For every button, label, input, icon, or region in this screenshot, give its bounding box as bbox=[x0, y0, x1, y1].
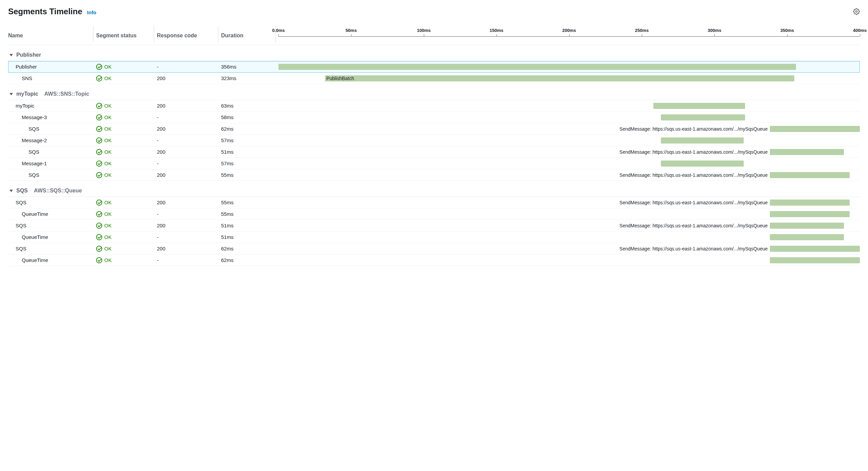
svg-point-0 bbox=[856, 11, 857, 13]
check-circle-icon bbox=[96, 246, 102, 252]
duration: 55ms bbox=[221, 211, 275, 217]
response-code: - bbox=[157, 234, 218, 240]
check-circle-icon bbox=[96, 234, 102, 240]
duration: 323ms bbox=[221, 75, 275, 81]
response-code: 200 bbox=[157, 172, 218, 178]
axis-tick bbox=[715, 34, 715, 36]
group-header[interactable]: Publisher bbox=[8, 45, 860, 61]
duration: 58ms bbox=[221, 114, 275, 120]
axis-tick-label: 400ms bbox=[853, 28, 867, 33]
bar-label: SendMessage: https://sqs.us-east-1.amazo… bbox=[619, 149, 770, 155]
axis-tick-label: 100ms bbox=[417, 28, 431, 33]
duration: 51ms bbox=[221, 234, 275, 240]
segment-name: Message-1 bbox=[8, 161, 93, 166]
segment-name: SQS bbox=[8, 223, 93, 228]
timeline-cell: SendMessage: https://sqs.us-east-1.amazo… bbox=[278, 169, 860, 181]
axis-tick-label: 0.0ms bbox=[272, 28, 285, 33]
axis-tick bbox=[496, 34, 497, 36]
status-text: OK bbox=[104, 200, 112, 205]
segment-row[interactable]: QueueTimeOK-62ms bbox=[8, 255, 860, 266]
response-code: 200 bbox=[157, 149, 218, 155]
timeline-cell bbox=[278, 112, 860, 123]
bar-label: PublishBatch bbox=[325, 75, 354, 81]
duration-bar bbox=[770, 126, 860, 132]
bar-label: SendMessage: https://sqs.us-east-1.amazo… bbox=[619, 246, 770, 252]
duration: 62ms bbox=[221, 246, 275, 251]
status-text: OK bbox=[104, 64, 112, 70]
duration-bar bbox=[770, 223, 844, 229]
caret-down-icon bbox=[10, 93, 13, 95]
segment-row[interactable]: myTopicOK20063ms bbox=[8, 100, 860, 112]
group-name: Publisher bbox=[16, 52, 41, 58]
response-code: 200 bbox=[157, 103, 218, 109]
status-text: OK bbox=[104, 137, 112, 143]
segment-row[interactable]: SQSOK20051msSendMessage: https://sqs.us-… bbox=[8, 146, 860, 158]
segment-name: SQS bbox=[8, 126, 93, 132]
segment-row[interactable]: Message-1OK-57ms bbox=[8, 158, 860, 169]
check-circle-icon bbox=[96, 64, 102, 70]
duration: 55ms bbox=[221, 200, 275, 205]
check-circle-icon bbox=[96, 149, 102, 155]
status-text: OK bbox=[104, 257, 112, 263]
status-badge: OK bbox=[96, 257, 154, 263]
axis-tick-label: 250ms bbox=[635, 28, 649, 33]
settings-icon[interactable] bbox=[853, 8, 860, 15]
status-badge: OK bbox=[96, 200, 154, 206]
info-link[interactable]: Info bbox=[87, 10, 96, 15]
segment-row[interactable]: SQSOK20055msSendMessage: https://sqs.us-… bbox=[8, 169, 860, 181]
axis-tick-label: 50ms bbox=[345, 28, 357, 33]
timeline-cell bbox=[278, 135, 860, 146]
duration-bar bbox=[661, 114, 745, 120]
duration-bar bbox=[770, 257, 860, 263]
segment-row[interactable]: Message-2OK-57ms bbox=[8, 135, 860, 146]
col-header-timeline: 0.0ms50ms100ms150ms200ms250ms300ms350ms4… bbox=[278, 26, 860, 42]
segment-name: Message-2 bbox=[8, 137, 93, 143]
status-text: OK bbox=[104, 149, 112, 155]
status-badge: OK bbox=[96, 103, 154, 109]
timeline-cell bbox=[278, 158, 860, 169]
time-axis: 0.0ms50ms100ms150ms200ms250ms300ms350ms4… bbox=[278, 28, 860, 37]
response-code: 200 bbox=[157, 223, 218, 228]
status-badge: OK bbox=[96, 149, 154, 155]
axis-tick bbox=[860, 34, 860, 36]
timeline-cell bbox=[278, 255, 860, 266]
col-header-duration[interactable]: Duration bbox=[221, 26, 275, 42]
duration-bar bbox=[770, 172, 850, 178]
segment-row[interactable]: SQSOK20062msSendMessage: https://sqs.us-… bbox=[8, 123, 860, 135]
status-badge: OK bbox=[96, 114, 154, 120]
bar-label: SendMessage: https://sqs.us-east-1.amazo… bbox=[619, 126, 770, 132]
axis-tick-label: 350ms bbox=[780, 28, 794, 33]
col-header-code[interactable]: Response code bbox=[157, 26, 218, 42]
group-header[interactable]: SQSAWS::SQS::Queue bbox=[8, 181, 860, 197]
axis-tick bbox=[642, 34, 642, 36]
status-badge: OK bbox=[96, 223, 154, 229]
segment-row[interactable]: SQSOK20051msSendMessage: https://sqs.us-… bbox=[8, 220, 860, 231]
segment-row[interactable]: SQSOK20062msSendMessage: https://sqs.us-… bbox=[8, 243, 860, 255]
group-type: AWS::SQS::Queue bbox=[34, 188, 82, 194]
timeline-cell: SendMessage: https://sqs.us-east-1.amazo… bbox=[278, 146, 860, 157]
segment-name: SQS bbox=[8, 200, 93, 205]
segment-row[interactable]: SNSOK200323msPublishBatch bbox=[8, 73, 860, 84]
check-circle-icon bbox=[96, 257, 102, 263]
duration: 51ms bbox=[221, 223, 275, 228]
col-header-name[interactable]: Name bbox=[8, 26, 93, 42]
segment-row[interactable]: QueueTimeOK-51ms bbox=[8, 231, 860, 243]
group-header[interactable]: myTopicAWS::SNS::Topic bbox=[8, 84, 860, 100]
axis-tick-label: 150ms bbox=[490, 28, 503, 33]
duration: 62ms bbox=[221, 257, 275, 263]
caret-down-icon bbox=[10, 190, 13, 192]
segment-name: myTopic bbox=[8, 103, 93, 109]
duration: 55ms bbox=[221, 172, 275, 178]
response-code: - bbox=[157, 114, 218, 120]
status-badge: OK bbox=[96, 75, 154, 81]
col-header-status[interactable]: Segment status bbox=[96, 26, 154, 42]
duration-bar bbox=[325, 75, 794, 81]
axis-tick bbox=[787, 34, 788, 36]
segment-row[interactable]: SQSOK20055msSendMessage: https://sqs.us-… bbox=[8, 197, 860, 208]
timeline-cell: PublishBatch bbox=[278, 73, 860, 84]
segment-row[interactable]: PublisherOK-356ms bbox=[8, 61, 860, 73]
check-circle-icon bbox=[96, 211, 102, 217]
duration: 356ms bbox=[221, 64, 275, 70]
segment-row[interactable]: QueueTimeOK-55ms bbox=[8, 208, 860, 220]
segment-row[interactable]: Message-3OK-58ms bbox=[8, 112, 860, 123]
